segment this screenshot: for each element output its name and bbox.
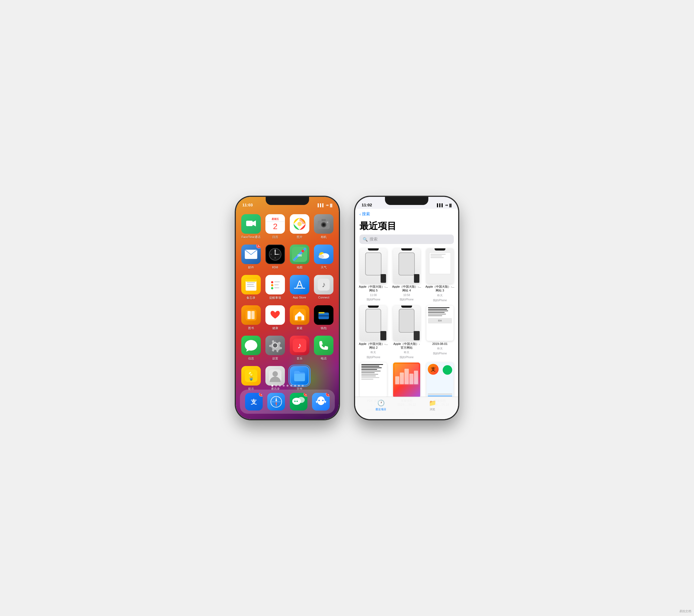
file-item[interactable]: Apple（中国大陆）- 官方网站 昨天 我的iPhone: [392, 306, 422, 360]
svg-text:280: 280: [297, 254, 302, 257]
app-tips[interactable]: 💡 提示: [240, 366, 262, 391]
app-weather[interactable]: 天气: [313, 244, 335, 270]
photos-label: 照片: [296, 235, 303, 239]
svg-point-70: [298, 397, 305, 403]
facetime-icon: [241, 214, 261, 234]
dock-safari[interactable]: [267, 393, 285, 411]
search-icon: 🔍: [363, 237, 368, 242]
recents-icon: 🕐: [377, 400, 385, 407]
file-source-4: 我的iPhone: [366, 356, 380, 359]
maps-label: 地图: [296, 266, 303, 270]
phone-icon: [314, 336, 333, 355]
reminders-icon: [266, 275, 285, 294]
svg-point-71: [294, 400, 296, 402]
app-phone[interactable]: 电话: [313, 336, 335, 361]
app-facetime[interactable]: FaceTime通话: [240, 214, 262, 239]
app-messages[interactable]: 信息: [240, 336, 262, 361]
svg-point-4: [297, 222, 302, 226]
tab-browse[interactable]: 📁 浏览: [407, 397, 458, 419]
file-item[interactable]: Apple（中国大陆）-...网站 2 昨天 我的iPhone: [359, 306, 388, 360]
app-notes[interactable]: 备忘录: [240, 275, 262, 300]
connect-label: Connect: [318, 296, 329, 299]
app-books[interactable]: 图书: [240, 305, 262, 330]
app-health[interactable]: 健康: [264, 305, 287, 330]
phone2-status-icons: ▌▌▌ ⇒ ▓: [437, 203, 452, 207]
file-thumb-3: [426, 248, 454, 284]
app-settings[interactable]: 设置: [264, 336, 287, 361]
appstore-icon: A: [290, 275, 309, 294]
svg-rect-49: [298, 316, 302, 320]
svg-text:9: 9: [271, 254, 272, 255]
dot-1: [271, 385, 273, 387]
doc-thumb: 图表: [426, 306, 454, 341]
tab-bar: 🕐 最近项目 📁 浏览: [355, 397, 458, 419]
search-bar[interactable]: 🔍 搜索: [360, 235, 454, 244]
screenshot-3: [426, 248, 454, 284]
file-name-4: Apple（中国大陆）-...网站 2: [359, 342, 388, 350]
file-name-1: Apple（中国大陆）-...网站 5: [359, 285, 388, 292]
dock-qq[interactable]: 3: [312, 393, 330, 411]
signal-icon: ▌▌▌: [318, 203, 325, 207]
dock-wechat[interactable]: 2: [290, 393, 307, 411]
tips-icon: 💡: [241, 366, 261, 385]
file-item[interactable]: 图表 2019-08-01 昨天 我的iPhone: [425, 306, 455, 360]
svg-rect-30: [247, 284, 254, 285]
app-appstore[interactable]: A App Store: [289, 275, 311, 300]
file-item[interactable]: Apple（中国大陆）-...网站 5 11:00 我的iPhone: [359, 248, 388, 302]
wallet-label: 钱包: [321, 326, 327, 330]
settings-label: 设置: [272, 357, 278, 361]
mail-badge: 23: [256, 244, 261, 248]
app-home[interactable]: 家庭: [289, 305, 311, 330]
phone2-signal-icon: ▌▌▌: [437, 203, 444, 207]
file-name-5: Apple（中国大陆）- 官方网站: [392, 342, 422, 350]
file-time-5: 昨天: [404, 350, 409, 355]
app-music[interactable]: ♪ 音乐: [289, 336, 311, 361]
app-maps[interactable]: 280 地图: [289, 244, 311, 270]
file-item[interactable]: Apple（中国大陆）-...网站 3 昨天 我的iPhone: [425, 248, 455, 302]
svg-text:6: 6: [275, 257, 276, 259]
app-calendar[interactable]: 星期五 2 日历: [264, 214, 287, 239]
screenshot-5: [393, 306, 420, 341]
svg-marker-1: [253, 220, 256, 227]
app-camera[interactable]: 相机: [313, 214, 335, 239]
back-button[interactable]: ‹ 搜索: [360, 212, 454, 217]
screenshot-color: [393, 362, 420, 398]
dock-alipay[interactable]: 支 3: [245, 393, 263, 411]
svg-rect-31: [247, 286, 255, 287]
file-item[interactable]: Apple（中国大陆）-...网站 4 10:58 我的iPhone: [392, 248, 422, 302]
dot-2: [275, 385, 277, 387]
books-label: 图书: [248, 326, 254, 330]
file-name-2: Apple（中国大陆）-...网站 4: [392, 285, 422, 292]
app-empty: [313, 366, 335, 391]
health-icon: [266, 305, 285, 325]
qq-badge: 3: [326, 393, 330, 397]
svg-point-62: [272, 371, 278, 377]
app-clock[interactable]: 12 6 9 3 时钟: [264, 244, 287, 270]
file-source-1: 我的iPhone: [366, 298, 380, 302]
svg-point-8: [323, 224, 325, 226]
app-contacts[interactable]: 通讯录: [264, 366, 287, 391]
safari-icon: [267, 393, 285, 411]
appstore-label: App Store: [293, 296, 306, 299]
tab-recents[interactable]: 🕐 最近项目: [355, 397, 407, 419]
app-files[interactable]: 文件: [289, 366, 311, 391]
home-screen: 11:03 ▌▌▌ ⇒ ▓ FaceTime通话: [236, 197, 339, 419]
file-time-3: 昨天: [437, 294, 443, 297]
alipay-icon: 支 3: [245, 393, 263, 411]
page-dots: [236, 385, 339, 387]
app-connect[interactable]: ♪ Connect: [313, 275, 335, 300]
app-photos[interactable]: 照片: [289, 214, 311, 239]
svg-text:12: 12: [274, 250, 276, 252]
reminders-label: 提醒事项: [269, 296, 281, 300]
app-reminders[interactable]: 提醒事项: [264, 275, 287, 300]
app-mail[interactable]: 23 邮件: [240, 244, 262, 270]
svg-point-27: [318, 255, 324, 258]
dot-8: [298, 385, 300, 387]
svg-text:3: 3: [279, 254, 280, 255]
settings-icon: [266, 336, 285, 355]
notch: [266, 197, 309, 205]
svg-point-38: [271, 287, 273, 289]
app-wallet[interactable]: 钱包: [313, 305, 335, 330]
svg-rect-39: [274, 287, 279, 288]
recents-label: 最近项目: [376, 407, 386, 411]
